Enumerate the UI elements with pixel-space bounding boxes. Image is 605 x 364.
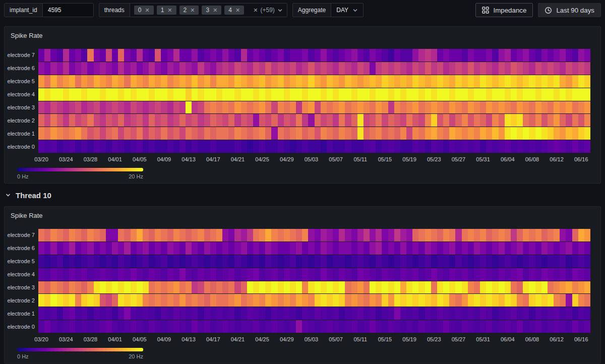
heatmap-cell[interactable] [523,255,529,268]
heatmap-cell[interactable] [449,127,455,140]
heatmap-cell[interactable] [94,307,100,320]
heatmap-cell[interactable] [75,307,81,320]
heatmap-cell[interactable] [75,294,81,307]
heatmap-cell[interactable] [173,101,179,114]
heatmap-cell[interactable] [480,88,486,101]
heatmap-cell[interactable] [541,229,548,241]
heatmap-cell[interactable] [278,229,284,241]
heatmap-cell[interactable] [124,320,130,333]
heatmap-cell[interactable] [234,49,240,62]
heatmap-cell[interactable] [290,294,296,307]
heatmap-cell[interactable] [179,242,186,255]
heatmap-cell[interactable] [81,255,87,268]
heatmap-cell[interactable] [216,307,222,320]
heatmap-cell[interactable] [81,268,87,281]
heatmap-cell[interactable] [100,294,106,307]
heatmap-cell[interactable] [511,268,517,281]
heatmap-cell[interactable] [548,49,554,62]
heatmap-cell[interactable] [143,320,149,333]
heatmap-cell[interactable] [584,88,590,101]
heatmap-cell[interactable] [400,242,406,255]
heatmap-cell[interactable] [167,114,173,127]
heatmap-cell[interactable] [155,101,161,114]
heatmap-cell[interactable] [382,127,388,140]
heatmap-cell[interactable] [394,49,400,62]
heatmap-cell[interactable] [443,127,449,140]
heatmap-cell[interactable] [278,294,284,307]
heatmap-cell[interactable] [87,229,93,241]
heatmap-cell[interactable] [308,307,314,320]
heatmap-cell[interactable] [179,88,186,101]
heatmap-cell[interactable] [118,294,124,307]
heatmap-cell[interactable] [143,281,149,294]
heatmap-cell[interactable] [418,229,425,241]
heatmap-cell[interactable] [480,294,486,307]
heatmap-cell[interactable] [370,268,376,281]
heatmap-cell[interactable] [265,140,271,153]
heatmap-cell[interactable] [216,75,222,88]
heatmap-cell[interactable] [468,49,474,62]
heatmap-cell[interactable] [247,242,253,255]
heatmap-cell[interactable] [112,229,118,241]
heatmap-cell[interactable] [118,75,124,88]
heatmap-cell[interactable] [167,294,173,307]
heatmap-cell[interactable] [296,255,302,268]
heatmap-cell[interactable] [370,242,376,255]
heatmap-cell[interactable] [541,75,548,88]
heatmap-cell[interactable] [308,75,314,88]
heatmap-cell[interactable] [321,114,327,127]
heatmap-cell[interactable] [418,62,425,75]
heatmap-cell[interactable] [492,88,498,101]
heatmap-cell[interactable] [455,140,461,153]
heatmap-cell[interactable] [198,255,204,268]
heatmap-cell[interactable] [216,114,222,127]
heatmap-cell[interactable] [425,268,431,281]
heatmap-cell[interactable] [437,268,443,281]
heatmap-cell[interactable] [443,268,449,281]
heatmap-cell[interactable] [560,255,566,268]
heatmap-cell[interactable] [186,307,192,320]
heatmap-cell[interactable] [75,281,81,294]
heatmap-cell[interactable] [492,140,498,153]
heatmap-cell[interactable] [474,140,480,153]
heatmap-cell[interactable] [290,127,296,140]
heatmap-cell[interactable] [173,114,179,127]
heatmap-cell[interactable] [455,49,461,62]
heatmap-cell[interactable] [486,320,492,333]
heatmap-cell[interactable] [112,307,118,320]
heatmap-cell[interactable] [548,88,554,101]
heatmap-cell[interactable] [75,49,81,62]
heatmap-cell[interactable] [572,75,578,88]
heatmap-cell[interactable] [529,294,535,307]
heatmap-cell[interactable] [124,127,130,140]
heatmap-cell[interactable] [75,75,81,88]
heatmap-cell[interactable] [124,255,130,268]
heatmap-cell[interactable] [431,268,437,281]
heatmap-cell[interactable] [578,320,584,333]
heatmap-cell[interactable] [161,255,167,268]
heatmap-cell[interactable] [412,114,418,127]
heatmap-cell[interactable] [50,255,56,268]
heatmap-cell[interactable] [161,114,167,127]
heatmap-cell[interactable] [382,255,388,268]
heatmap-cell[interactable] [247,62,253,75]
heatmap-cell[interactable] [499,294,505,307]
heatmap-cell[interactable] [529,307,535,320]
heatmap-cell[interactable] [38,294,44,307]
heatmap-cell[interactable] [106,320,112,333]
heatmap-cell[interactable] [406,294,412,307]
heatmap-cell[interactable] [87,88,93,101]
heatmap-cell[interactable] [253,140,259,153]
heatmap-cell[interactable] [370,75,376,88]
heatmap-cell[interactable] [100,242,106,255]
heatmap-cell[interactable] [50,114,56,127]
heatmap-cell[interactable] [455,242,461,255]
heatmap-cell[interactable] [290,320,296,333]
heatmap-cell[interactable] [63,49,69,62]
heatmap-cell[interactable] [400,229,406,241]
heatmap-cell[interactable] [541,114,548,127]
heatmap-cell[interactable] [370,62,376,75]
heatmap-cell[interactable] [333,255,339,268]
heatmap-cell[interactable] [186,127,192,140]
heatmap-cell[interactable] [560,127,566,140]
